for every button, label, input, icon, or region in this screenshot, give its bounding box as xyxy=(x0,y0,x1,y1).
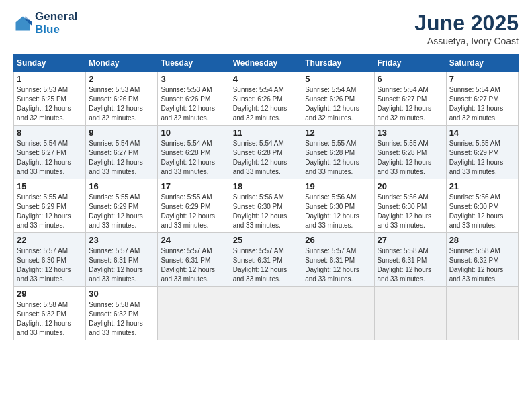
calendar-week-row: 1 Sunrise: 5:53 AMSunset: 6:25 PMDayligh… xyxy=(14,72,519,126)
col-sunday: Sunday xyxy=(14,55,86,72)
day-number: 10 xyxy=(161,128,226,138)
table-row: 13 Sunrise: 5:55 AMSunset: 6:28 PMDaylig… xyxy=(374,126,446,179)
day-number: 6 xyxy=(378,74,443,84)
day-number: 23 xyxy=(89,235,154,245)
day-number: 13 xyxy=(378,128,443,138)
table-row: 18 Sunrise: 5:56 AMSunset: 6:30 PMDaylig… xyxy=(230,179,302,233)
day-info: Sunrise: 5:57 AMSunset: 6:31 PMDaylight:… xyxy=(89,247,143,283)
table-row: 2 Sunrise: 5:53 AMSunset: 6:26 PMDayligh… xyxy=(86,72,158,126)
calendar-header-row: Sunday Monday Tuesday Wednesday Thursday… xyxy=(14,55,519,72)
day-info: Sunrise: 5:55 AMSunset: 6:28 PMDaylight:… xyxy=(305,140,359,175)
day-info: Sunrise: 5:58 AMSunset: 6:32 PMDaylight:… xyxy=(449,247,504,283)
day-number: 7 xyxy=(449,74,515,84)
table-row: 10 Sunrise: 5:54 AMSunset: 6:28 PMDaylig… xyxy=(158,126,230,179)
day-info: Sunrise: 5:58 AMSunset: 6:32 PMDaylight:… xyxy=(17,301,71,336)
table-row: 14 Sunrise: 5:55 AMSunset: 6:29 PMDaylig… xyxy=(446,126,518,179)
day-number: 30 xyxy=(89,289,154,299)
logo: General Blue xyxy=(13,11,77,36)
table-row: 12 Sunrise: 5:55 AMSunset: 6:28 PMDaylig… xyxy=(302,126,374,179)
day-info: Sunrise: 5:53 AMSunset: 6:26 PMDaylight:… xyxy=(161,86,215,122)
table-row: 21 Sunrise: 5:56 AMSunset: 6:30 PMDaylig… xyxy=(446,179,518,233)
day-number: 25 xyxy=(233,235,300,245)
day-info: Sunrise: 5:57 AMSunset: 6:31 PMDaylight:… xyxy=(161,247,215,283)
day-number: 27 xyxy=(378,235,443,245)
day-info: Sunrise: 5:54 AMSunset: 6:27 PMDaylight:… xyxy=(378,86,432,122)
day-info: Sunrise: 5:55 AMSunset: 6:28 PMDaylight:… xyxy=(378,140,432,175)
day-number: 28 xyxy=(449,235,515,245)
day-number: 22 xyxy=(17,235,83,245)
table-row: 1 Sunrise: 5:53 AMSunset: 6:25 PMDayligh… xyxy=(14,72,86,126)
day-number: 3 xyxy=(161,74,226,84)
table-row: 27 Sunrise: 5:58 AMSunset: 6:31 PMDaylig… xyxy=(374,233,446,287)
day-number: 9 xyxy=(89,128,154,138)
day-number: 15 xyxy=(17,181,83,191)
table-row: 30 Sunrise: 5:58 AMSunset: 6:32 PMDaylig… xyxy=(86,287,158,340)
day-number: 4 xyxy=(233,74,300,84)
day-info: Sunrise: 5:55 AMSunset: 6:29 PMDaylight:… xyxy=(17,193,71,229)
table-row: 25 Sunrise: 5:57 AMSunset: 6:31 PMDaylig… xyxy=(230,233,302,287)
table-row: 5 Sunrise: 5:54 AMSunset: 6:26 PMDayligh… xyxy=(302,72,374,126)
day-info: Sunrise: 5:54 AMSunset: 6:27 PMDaylight:… xyxy=(449,86,504,122)
table-row: 22 Sunrise: 5:57 AMSunset: 6:30 PMDaylig… xyxy=(14,233,86,287)
calendar-week-row: 22 Sunrise: 5:57 AMSunset: 6:30 PMDaylig… xyxy=(14,233,519,287)
day-info: Sunrise: 5:56 AMSunset: 6:30 PMDaylight:… xyxy=(233,193,287,229)
table-row: 28 Sunrise: 5:58 AMSunset: 6:32 PMDaylig… xyxy=(446,233,518,287)
day-info: Sunrise: 5:58 AMSunset: 6:31 PMDaylight:… xyxy=(378,247,432,283)
day-info: Sunrise: 5:58 AMSunset: 6:32 PMDaylight:… xyxy=(89,301,143,336)
table-row: 3 Sunrise: 5:53 AMSunset: 6:26 PMDayligh… xyxy=(158,72,230,126)
table-row xyxy=(446,287,518,340)
table-row: 8 Sunrise: 5:54 AMSunset: 6:27 PMDayligh… xyxy=(14,126,86,179)
table-row: 15 Sunrise: 5:55 AMSunset: 6:29 PMDaylig… xyxy=(14,179,86,233)
table-row: 11 Sunrise: 5:54 AMSunset: 6:28 PMDaylig… xyxy=(230,126,302,179)
col-tuesday: Tuesday xyxy=(158,55,230,72)
table-row: 17 Sunrise: 5:55 AMSunset: 6:29 PMDaylig… xyxy=(158,179,230,233)
table-row: 23 Sunrise: 5:57 AMSunset: 6:31 PMDaylig… xyxy=(86,233,158,287)
table-row xyxy=(302,287,374,340)
day-info: Sunrise: 5:54 AMSunset: 6:26 PMDaylight:… xyxy=(305,86,359,122)
table-row: 6 Sunrise: 5:54 AMSunset: 6:27 PMDayligh… xyxy=(374,72,446,126)
table-row xyxy=(158,287,230,340)
day-number: 21 xyxy=(449,181,515,191)
logo-line1: General xyxy=(35,11,77,24)
day-info: Sunrise: 5:53 AMSunset: 6:25 PMDaylight:… xyxy=(17,86,71,122)
logo-line2: Blue xyxy=(35,24,77,36)
location: Assuetya, Ivory Coast xyxy=(414,36,519,46)
table-row: 19 Sunrise: 5:56 AMSunset: 6:30 PMDaylig… xyxy=(302,179,374,233)
day-number: 5 xyxy=(305,74,371,84)
calendar-week-row: 15 Sunrise: 5:55 AMSunset: 6:29 PMDaylig… xyxy=(14,179,519,233)
day-number: 17 xyxy=(161,181,226,191)
day-info: Sunrise: 5:53 AMSunset: 6:26 PMDaylight:… xyxy=(89,86,143,122)
col-monday: Monday xyxy=(86,55,158,72)
table-row: 9 Sunrise: 5:54 AMSunset: 6:27 PMDayligh… xyxy=(86,126,158,179)
day-info: Sunrise: 5:57 AMSunset: 6:31 PMDaylight:… xyxy=(305,247,359,283)
col-wednesday: Wednesday xyxy=(230,55,302,72)
table-row: 29 Sunrise: 5:58 AMSunset: 6:32 PMDaylig… xyxy=(14,287,86,340)
day-info: Sunrise: 5:55 AMSunset: 6:29 PMDaylight:… xyxy=(161,193,215,229)
col-friday: Friday xyxy=(374,55,446,72)
logo-icon xyxy=(13,14,32,33)
title-block: June 2025 Assuetya, Ivory Coast xyxy=(414,11,519,46)
calendar-table: Sunday Monday Tuesday Wednesday Thursday… xyxy=(13,54,519,340)
day-number: 26 xyxy=(305,235,371,245)
table-row: 16 Sunrise: 5:55 AMSunset: 6:29 PMDaylig… xyxy=(86,179,158,233)
day-number: 19 xyxy=(305,181,371,191)
day-info: Sunrise: 5:54 AMSunset: 6:28 PMDaylight:… xyxy=(161,140,215,175)
day-number: 8 xyxy=(17,128,83,138)
day-info: Sunrise: 5:56 AMSunset: 6:30 PMDaylight:… xyxy=(305,193,359,229)
day-info: Sunrise: 5:56 AMSunset: 6:30 PMDaylight:… xyxy=(378,193,432,229)
day-number: 18 xyxy=(233,181,300,191)
table-row: 7 Sunrise: 5:54 AMSunset: 6:27 PMDayligh… xyxy=(446,72,518,126)
day-number: 24 xyxy=(161,235,226,245)
day-info: Sunrise: 5:55 AMSunset: 6:29 PMDaylight:… xyxy=(89,193,143,229)
day-number: 1 xyxy=(17,74,83,84)
day-number: 2 xyxy=(89,74,154,84)
day-info: Sunrise: 5:57 AMSunset: 6:30 PMDaylight:… xyxy=(17,247,71,283)
calendar-week-row: 8 Sunrise: 5:54 AMSunset: 6:27 PMDayligh… xyxy=(14,126,519,179)
day-info: Sunrise: 5:54 AMSunset: 6:28 PMDaylight:… xyxy=(233,140,287,175)
day-info: Sunrise: 5:54 AMSunset: 6:27 PMDaylight:… xyxy=(17,140,71,175)
table-row: 4 Sunrise: 5:54 AMSunset: 6:26 PMDayligh… xyxy=(230,72,302,126)
table-row: 26 Sunrise: 5:57 AMSunset: 6:31 PMDaylig… xyxy=(302,233,374,287)
table-row xyxy=(374,287,446,340)
table-row: 24 Sunrise: 5:57 AMSunset: 6:31 PMDaylig… xyxy=(158,233,230,287)
day-number: 16 xyxy=(89,181,154,191)
